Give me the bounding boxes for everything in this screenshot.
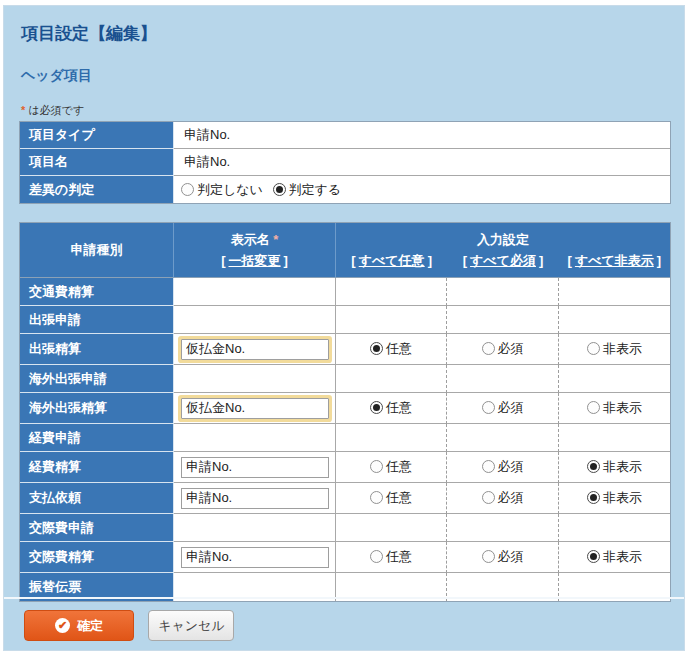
radio-icon[interactable]	[587, 550, 600, 563]
radio-option-optional[interactable]: 任意	[370, 549, 412, 564]
set-all-required-link[interactable]: すべて必須	[470, 253, 536, 268]
radio-option-no-judge[interactable]: 判定しない	[181, 182, 267, 197]
request-types-table: 申請種別 表示名 * [一括変更] 入力設定 [すべて任意] [すべて必須]	[19, 222, 671, 602]
display-name-input[interactable]	[181, 457, 329, 478]
radio-icon[interactable]	[370, 491, 383, 504]
display-name-heading: 表示名 *	[174, 229, 335, 250]
radio-label: 任意	[386, 549, 412, 564]
display-name-input[interactable]	[181, 488, 329, 509]
radio-option-hidden[interactable]: 非表示	[587, 549, 642, 564]
radio-option-hidden[interactable]: 非表示	[587, 490, 642, 505]
radio-icon[interactable]	[370, 342, 383, 355]
radio-option-required[interactable]: 必須	[482, 341, 524, 356]
display-name-input[interactable]	[181, 398, 329, 419]
radio-label: 非表示	[603, 549, 642, 564]
set-all-hidden-link[interactable]: すべて非表示	[575, 253, 654, 268]
bracket: [	[568, 253, 572, 268]
cancel-button[interactable]: キャンセル	[148, 610, 234, 641]
radio-icon[interactable]	[482, 491, 495, 504]
input-setting-cell	[336, 365, 447, 393]
input-setting-cell	[559, 514, 670, 542]
display-name-cell	[174, 452, 336, 483]
radio-label: 任意	[386, 459, 412, 474]
input-setting-cell: 任意	[336, 393, 447, 424]
radio-option-hidden[interactable]: 非表示	[587, 400, 642, 415]
radio-label: 必須	[498, 549, 524, 564]
radio-icon[interactable]	[181, 183, 194, 196]
input-setting-cell	[336, 514, 447, 542]
radio-option-required[interactable]: 必須	[482, 459, 524, 474]
radio-icon[interactable]	[482, 460, 495, 473]
input-setting-cell: 必須	[447, 483, 559, 514]
table-row: 海外出張申請	[20, 365, 670, 393]
radio-icon[interactable]	[273, 183, 286, 196]
radio-option-optional[interactable]: 任意	[370, 459, 412, 474]
radio-icon[interactable]	[370, 401, 383, 414]
radio-icon[interactable]	[482, 401, 495, 414]
request-type-label: 交際費精算	[20, 542, 174, 573]
request-type-label: 支払依頼	[20, 483, 174, 514]
radio-label: 必須	[498, 490, 524, 505]
table-row: 出張申請	[20, 306, 670, 334]
set-all-hidden-cell: [すべて非表示]	[559, 254, 670, 267]
radio-icon[interactable]	[587, 491, 600, 504]
field-label-item-name: 項目名	[20, 149, 174, 176]
radio-icon[interactable]	[370, 460, 383, 473]
table-row: 海外出張精算任意必須非表示	[20, 393, 670, 424]
input-setting-cell: 任意	[336, 452, 447, 483]
display-name-cell	[174, 334, 336, 365]
radio-option-optional[interactable]: 任意	[370, 341, 412, 356]
settings-panel: 項目設定【編集】 ヘッダ項目 * は必須です 項目タイプ 申請No. 項目名 申…	[3, 5, 685, 651]
display-name-cell	[174, 393, 336, 424]
radio-icon[interactable]	[587, 401, 600, 414]
input-setting-cell	[559, 365, 670, 393]
radio-option-optional[interactable]: 任意	[370, 490, 412, 505]
section-title: ヘッダ項目	[21, 67, 669, 85]
input-setting-cell: 非表示	[559, 334, 670, 365]
radio-label: 非表示	[603, 459, 642, 474]
radio-icon[interactable]	[482, 550, 495, 563]
display-name-input[interactable]	[181, 339, 329, 360]
table-row: 交通費精算	[20, 278, 670, 306]
input-setting-cell: 任意	[336, 334, 447, 365]
radio-option-required[interactable]: 必須	[482, 549, 524, 564]
radio-label: 任意	[386, 341, 412, 356]
input-setting-cell: 非表示	[559, 452, 670, 483]
radio-option-required[interactable]: 必須	[482, 400, 524, 415]
radio-option-required[interactable]: 必須	[482, 490, 524, 505]
radio-option-hidden[interactable]: 非表示	[587, 459, 642, 474]
radio-icon[interactable]	[587, 460, 600, 473]
display-name-cell	[174, 514, 336, 542]
field-value-item-name: 申請No.	[174, 149, 670, 176]
col-header-display-name: 表示名 * [一括変更]	[174, 223, 336, 278]
col-header-request-type: 申請種別	[20, 223, 174, 278]
input-setting-cell: 必須	[447, 334, 559, 365]
input-setting-cell: 必須	[447, 452, 559, 483]
radio-option-judge[interactable]: 判定する	[273, 182, 342, 197]
input-setting-cell	[447, 306, 559, 334]
radio-icon[interactable]	[482, 342, 495, 355]
display-name-input[interactable]	[181, 547, 329, 568]
table-row: 支払依頼任意必須非表示	[20, 483, 670, 514]
field-label-diff-judgement: 差異の判定	[20, 176, 174, 203]
radio-option-optional[interactable]: 任意	[370, 400, 412, 415]
radio-option-hidden[interactable]: 非表示	[587, 341, 642, 356]
radio-label: 非表示	[603, 490, 642, 505]
radio-icon[interactable]	[587, 342, 600, 355]
radio-label: 判定する	[289, 182, 342, 197]
input-setting-cell	[336, 306, 447, 334]
request-type-label: 交通費精算	[20, 278, 174, 306]
request-type-label: 経費申請	[20, 424, 174, 452]
display-name-cell	[174, 483, 336, 514]
set-all-optional-link[interactable]: すべて任意	[359, 253, 425, 268]
bulk-change-link[interactable]: 一括変更	[229, 253, 281, 268]
required-note: * は必須です	[21, 103, 669, 118]
table-row: 差異の判定 判定しない 判定する	[20, 176, 670, 203]
set-all-links: [すべて任意] [すべて必須] [すべて非表示]	[336, 250, 670, 271]
radio-label: 任意	[386, 490, 412, 505]
table-row: 経費精算任意必須非表示	[20, 452, 670, 483]
input-setting-cell: 必須	[447, 542, 559, 573]
confirm-button[interactable]: ✔ 確定	[24, 610, 134, 641]
radio-label: 任意	[386, 400, 412, 415]
radio-icon[interactable]	[370, 550, 383, 563]
